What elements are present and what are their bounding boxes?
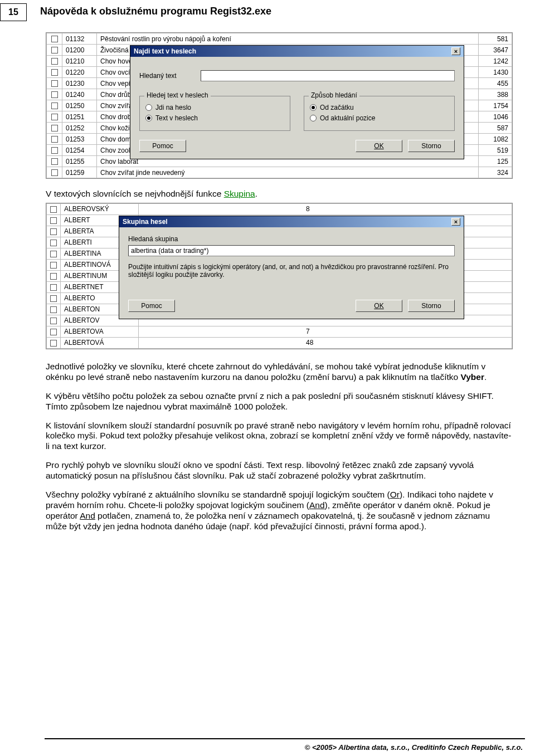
ok-button[interactable]: OK: [356, 140, 402, 152]
row-value: 587: [479, 123, 512, 134]
list-row: ALBERTOVÁ48: [47, 337, 512, 348]
row-checkbox[interactable]: [51, 69, 58, 76]
dialog-skupina-hesel: Skupina hesel × Hledaná skupina albertin…: [119, 216, 464, 319]
row-value: 519: [479, 145, 512, 156]
body-p2: K výběru většího počtu položek za sebou …: [46, 391, 513, 412]
row-checkbox[interactable]: [50, 228, 57, 235]
list-row: ALBERTOVA7: [47, 326, 512, 337]
row-checkbox[interactable]: [50, 306, 57, 313]
row-checkbox[interactable]: [50, 284, 57, 291]
body-p5d: potlačen, znamená to, že položka není v …: [46, 511, 490, 531]
row-code: 01200: [62, 45, 97, 56]
help-button[interactable]: Pomoc: [128, 300, 175, 312]
row-value: 455: [479, 78, 512, 89]
row-code: 01250: [62, 100, 97, 111]
row-checkbox[interactable]: [51, 91, 58, 98]
group-search-input[interactable]: albertina (data or trading*): [128, 245, 455, 256]
search-label: Hledaný text: [139, 72, 193, 80]
ok-button[interactable]: OK: [356, 300, 402, 312]
page-number: 15: [0, 3, 27, 21]
list-name: ALBERTOVÁ: [61, 337, 139, 348]
row-code: 01240: [62, 89, 97, 100]
row-checkbox[interactable]: [51, 36, 58, 42]
row-checkbox[interactable]: [51, 103, 58, 109]
body-p1a: Jednotlivé položky ve slovníku, které ch…: [46, 362, 485, 382]
row-checkbox[interactable]: [51, 125, 58, 131]
groupbox-2-title: Způsob hledání: [309, 91, 359, 99]
row-checkbox[interactable]: [50, 295, 57, 302]
body-p3: K listování slovníkem slouží standardní …: [46, 421, 513, 452]
row-checkbox[interactable]: [51, 169, 58, 176]
body-p1-bold: Vyber: [460, 372, 484, 382]
screenshot-table-1: 01132Pěstování rostlin pro výrobu nápojů…: [46, 32, 513, 179]
search-input[interactable]: [201, 70, 455, 81]
row-value: 1046: [479, 111, 512, 123]
row-checkbox[interactable]: [50, 318, 57, 324]
cancel-button[interactable]: Storno: [408, 140, 455, 152]
row-desc: Pěstování rostlin pro výrobu nápojů a ko…: [97, 33, 479, 45]
row-checkbox[interactable]: [50, 262, 57, 269]
radio-od-aktualni[interactable]: [310, 115, 317, 121]
row-checkbox[interactable]: [50, 340, 57, 347]
hint-text: Použijte intuitivní zápis s logickými op…: [128, 263, 455, 279]
row-checkbox[interactable]: [51, 158, 58, 165]
row-value: 1430: [479, 67, 512, 78]
close-icon[interactable]: ×: [451, 47, 460, 55]
row-checkbox[interactable]: [50, 273, 57, 280]
row-checkbox[interactable]: [51, 47, 58, 53]
row-checkbox[interactable]: [51, 114, 58, 120]
mid-text-dot: .: [255, 189, 257, 198]
row-value: 125: [479, 156, 512, 167]
row-desc: Chov zvířat jinde neuvedený: [97, 167, 479, 178]
dialog-title: Najdi text v heslech: [134, 47, 196, 55]
row-checkbox[interactable]: [50, 329, 57, 335]
row-value: 388: [479, 89, 512, 100]
row-code: 01259: [62, 167, 97, 178]
row-value: 581: [479, 33, 512, 45]
row-checkbox[interactable]: [50, 251, 57, 257]
help-button[interactable]: Pomoc: [139, 140, 186, 152]
row-code: 01252: [62, 123, 97, 134]
row-checkbox[interactable]: [50, 206, 57, 213]
row-code: 01253: [62, 134, 97, 145]
row-code: 01230: [62, 78, 97, 89]
row-value: 1082: [479, 134, 512, 145]
screenshot-list-2: ALBEROVSKÝ8ALBERTALBERTAALBERTIALBERTINA…: [46, 203, 513, 349]
list-name: ALBEROVSKÝ: [61, 203, 139, 214]
radio-label: Jdi na heslo: [155, 104, 191, 111]
table-row: 01132Pěstování rostlin pro výrobu nápojů…: [47, 33, 512, 45]
row-code: 01251: [62, 111, 97, 123]
list-name: ALBERTOVA: [61, 326, 139, 337]
close-icon[interactable]: ×: [451, 218, 460, 226]
row-checkbox[interactable]: [51, 147, 58, 154]
body-p4: Pro rychlý pohyb ve slovníku slouží okno…: [46, 460, 513, 481]
mid-text: V textových slovnících se nejvhodnější f…: [46, 189, 224, 198]
groupbox-1-title: Hledej text v heslech: [144, 91, 211, 99]
radio-jdi-na-heslo[interactable]: [145, 104, 152, 111]
list-value: 7: [139, 326, 512, 337]
footer-copyright: © <2005> Albertina data, s.r.o., Crediti…: [305, 743, 523, 752]
op-and-2: And: [80, 511, 95, 520]
row-checkbox[interactable]: [51, 58, 58, 65]
row-value: 1754: [479, 100, 512, 111]
row-value: 3647: [479, 45, 512, 56]
list-row: ALBEROVSKÝ8: [47, 203, 512, 214]
radio-text-v-heslech[interactable]: [145, 115, 152, 121]
body-p1c: .: [484, 372, 487, 382]
footer-divider: [45, 738, 525, 739]
radio-od-zacatku[interactable]: [310, 104, 317, 111]
row-value: 1242: [479, 56, 512, 67]
list-value: 8: [139, 203, 512, 214]
group-search-label: Hledaná skupina: [128, 235, 455, 243]
row-checkbox[interactable]: [51, 136, 58, 143]
row-code: 01255: [62, 156, 97, 167]
row-checkbox[interactable]: [50, 217, 57, 224]
radio-label: Od začátku: [320, 104, 354, 111]
cancel-button[interactable]: Storno: [408, 300, 455, 312]
row-checkbox[interactable]: [51, 80, 58, 87]
skupina-link[interactable]: Skupina: [224, 189, 255, 198]
list-value: 48: [139, 337, 512, 348]
dialog-title: Skupina hesel: [123, 218, 168, 226]
row-checkbox[interactable]: [50, 240, 57, 246]
dialog-find-text: Najdi text v heslech × Hledaný text Hled…: [130, 45, 464, 159]
